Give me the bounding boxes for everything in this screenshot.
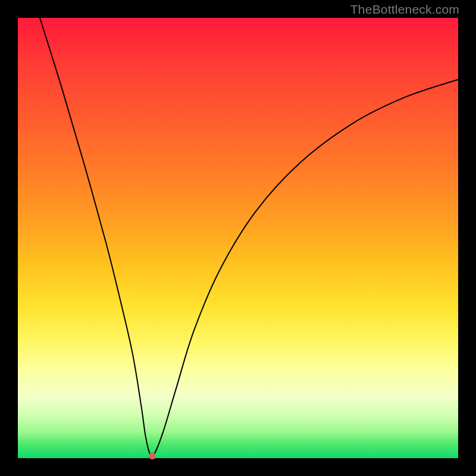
watermark-text: TheBottleneck.com (350, 2, 459, 17)
chart-frame: TheBottleneck.com (0, 0, 476, 476)
minimum-marker (149, 453, 156, 459)
curve-svg (18, 18, 458, 458)
bottleneck-curve-path (40, 18, 458, 456)
plot-area (18, 18, 458, 458)
